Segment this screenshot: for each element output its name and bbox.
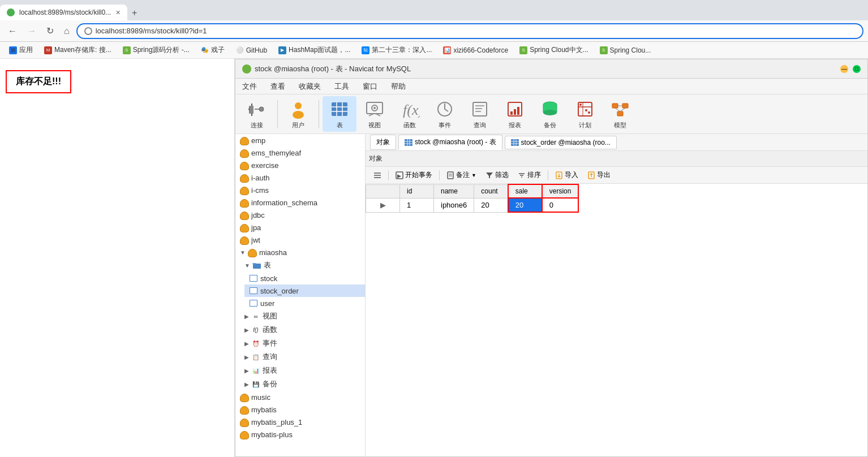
toolbar-plan[interactable]: 计划 [568,96,602,132]
refresh-button[interactable]: ↻ [43,24,57,37]
col-header-name[interactable]: name [434,184,474,198]
sidebar-item-infoschema[interactable]: information_schema [235,196,365,209]
bookmark-springcloud[interactable]: S Spring Cloud中文... [515,44,592,56]
toolbar-model[interactable]: 模型 [603,96,637,132]
apps-icon: ⊞ [9,46,17,54]
cell-version[interactable]: 0 [542,198,579,212]
cell-count[interactable]: 20 [474,198,508,212]
col-header-count[interactable]: count [474,184,508,198]
minimize-button[interactable]: — [840,65,848,73]
toolbar-view[interactable]: 视图 [358,96,392,132]
sidebar-item-jdbc[interactable]: jdbc [235,209,365,221]
col-header-sale[interactable]: sale [508,184,542,198]
maximize-button[interactable]: □ [853,65,861,73]
sidebar-item-user[interactable]: user [244,297,365,309]
toolbar-user[interactable]: 用户 [281,96,315,132]
sidebar-label-views: 视图 [263,311,277,321]
toolbar-plan-label: 计划 [579,121,591,130]
toolbar-report[interactable]: 报表 [498,96,532,132]
filter-button[interactable]: 筛选 [482,169,512,181]
tab-stock-table[interactable]: stock @miaosha (root) - 表 [398,135,502,150]
bookmark-maven[interactable]: M Maven存储库: 搜... [40,44,116,56]
col-header-version[interactable]: version [542,184,579,198]
sidebar-item-exercise[interactable]: exercise [235,159,365,171]
bookmark-xizi2[interactable]: 📊 xizi666-Codeforce [439,45,513,55]
begin-transaction-button[interactable]: ▶ 开始事务 [392,169,436,181]
svg-rect-29 [517,107,519,115]
sidebar-item-jpa[interactable]: jpa [235,221,365,234]
sidebar-item-tables-folder[interactable]: ▼ 表 [240,258,365,272]
sidebar-item-events-folder[interactable]: ▶ ⏰ 事件 [240,337,365,350]
bookmark-hashmap[interactable]: ▶ HashMap面试题，... [274,44,355,56]
sidebar-item-views-folder[interactable]: ▶ ∞ 视图 [240,309,365,323]
menu-tools[interactable]: 工具 [332,80,351,93]
forward-button[interactable]: → [24,25,40,37]
sidebar-item-miaosha[interactable]: ▼ miaosha [235,246,365,258]
hamburger-menu-button[interactable] [370,171,385,180]
sidebar-item-mybatis[interactable]: mybatis [235,403,365,416]
tab-favicon [7,8,15,16]
sidebar-item-funcs-folder[interactable]: ▶ f() 函数 [240,323,365,337]
sidebar-item-stock-order[interactable]: stock_order [244,284,365,297]
sidebar-label-music: music [251,393,270,402]
db-icon-mybatisplus [240,430,249,439]
toolbar-connect[interactable]: 连接 [240,96,274,132]
sidebar-item-stock[interactable]: stock [244,272,365,284]
sidebar-item-queries-folder[interactable]: ▶ 📋 查询 [240,350,365,364]
db-icon-mybatis [240,405,249,414]
export-button[interactable]: 导出 [584,169,614,181]
col-header-id[interactable]: id [400,184,434,198]
menu-favorites[interactable]: 收藏夹 [297,80,323,93]
bookmark-xizi[interactable]: 🎭 戏子 [196,44,229,56]
menu-view[interactable]: 查看 [268,80,287,93]
toolbar-backup[interactable]: 备份 [533,96,567,132]
backups-icon: 💾 [251,380,260,389]
security-icon [84,27,92,35]
sidebar-item-icms[interactable]: i-cms [235,184,365,196]
sidebar-item-ems[interactable]: ems_themyleaf [235,146,365,159]
sidebar-item-jwt[interactable]: jwt [235,234,365,246]
sidebar-item-mybatisplus[interactable]: mybatis-plus [235,428,365,441]
import-button[interactable]: 导入 [552,169,582,181]
cell-name[interactable]: iphone6 [434,198,474,212]
bookmark-zhi[interactable]: 知 第二十三章：深入... [357,44,436,56]
sidebar-item-backups-folder[interactable]: ▶ 💾 备份 [240,377,365,391]
toolbar-event[interactable]: 事件 [428,96,462,132]
tab-stock-order[interactable]: stock_order @miaosha (roo... [505,136,617,149]
note-dropdown-icon[interactable]: ▼ [471,173,476,178]
tab-object[interactable]: 对象 [370,135,396,150]
db-icon-emp [240,136,249,145]
sidebar-item-mybatisplus1[interactable]: mybatis_plus_1 [235,416,365,428]
cell-sale[interactable]: 20 [508,198,542,212]
new-tab-button[interactable]: + [127,6,141,20]
bookmark-springcloud2[interactable]: S Spring Clou... [595,45,656,55]
db-icon-infoschema [240,198,249,207]
menu-window[interactable]: 窗口 [360,80,380,93]
toolbar-func[interactable]: f(x) 函数 [393,96,427,132]
home-button[interactable]: ⌂ [61,25,73,37]
svg-point-15 [373,107,376,109]
back-button[interactable]: ← [5,25,20,37]
sidebar-item-emp[interactable]: emp [235,134,365,146]
menu-file[interactable]: 文件 [240,80,259,93]
toolbar-table[interactable]: 表 [323,96,356,132]
bookmark-github[interactable]: ⚪ GitHub [231,45,272,55]
browser-tab[interactable]: localhost:8989/ms/stock/kill0... ✕ [0,5,127,20]
maven-icon: M [44,46,52,54]
note-button[interactable]: 备注 ▼ [443,169,480,181]
expand-arrow-views: ▶ [244,313,249,320]
bookmark-apps[interactable]: ⊞ 应用 [5,44,37,56]
sidebar-item-music[interactable]: music [235,391,365,403]
svg-rect-39 [612,104,618,108]
address-bar[interactable]: localhost:8989/ms/stock/kill0?id=1 [76,23,863,39]
sidebar-item-reports-folder[interactable]: ▶ 📊 报表 [240,364,365,377]
tab-close-button[interactable]: ✕ [115,9,121,16]
svg-rect-48 [405,139,412,146]
toolbar-query[interactable]: 查询 [463,96,497,132]
sort-button[interactable]: 排序 [514,169,544,181]
menu-help[interactable]: 帮助 [389,80,408,93]
cell-id[interactable]: 1 [400,198,434,212]
data-toolbar: ▶ 开始事务 备注 ▼ [366,167,867,184]
sidebar-item-iauth[interactable]: i-auth [235,171,365,184]
bookmark-spring[interactable]: S Spring源码分析 -... [118,44,194,56]
